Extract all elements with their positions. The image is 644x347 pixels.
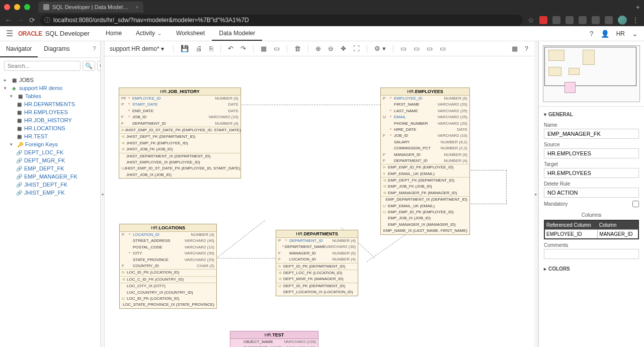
entity-column[interactable]: FDEPARTMENT_IDNUMBER (4): [119, 121, 240, 127]
entity-fk[interactable]: ⊲JHIST_JOB_FK (JOB_ID): [119, 146, 240, 152]
entity-column[interactable]: P*START_DATEDATE: [119, 102, 240, 108]
print-icon[interactable]: 🖨: [195, 44, 203, 53]
entity-column[interactable]: FMANAGER_IDNUMBER (6): [276, 250, 358, 256]
browser-menu-icon[interactable]: ⋮: [632, 16, 639, 24]
entity-column[interactable]: F*JOB_IDVARCHAR2 (10): [119, 114, 240, 120]
col-cell-col[interactable]: MANAGER_ID: [598, 230, 638, 239]
entity-fk[interactable]: ⊲EMP_DEPT_FK (DEPARTMENT_ID): [381, 178, 469, 184]
prop-checkbox-mandatory[interactable]: [632, 201, 639, 207]
zoom-out-icon[interactable]: ⊖: [327, 44, 335, 53]
entity-index[interactable]: UEMP_EMP_ID_PK (EMPLOYEE_ID): [381, 209, 469, 215]
entity-column[interactable]: STATE_PROVINCEVARCHAR2 (25): [120, 257, 216, 263]
extension-icon[interactable]: [592, 16, 600, 24]
search-icon[interactable]: 🔍: [83, 61, 95, 71]
entity-column[interactable]: SUBOBJECT_NAMEVARCHAR2 (128): [230, 345, 318, 347]
export-icon[interactable]: ⎘: [208, 44, 214, 53]
diagram-name[interactable]: support HR demo* ▾: [110, 45, 167, 52]
entity-index[interactable]: ULOC_ID_PK (LOCATION_ID): [120, 296, 216, 302]
help-icon[interactable]: ?: [590, 30, 594, 38]
entity-column[interactable]: SALARYNUMBER (8,2): [381, 139, 469, 145]
entity-column[interactable]: P*LOCATION_IDNUMBER (4): [120, 232, 216, 238]
tree-item-fk[interactable]: 🔗DEPT_LOC_FK: [4, 148, 96, 156]
entity-index[interactable]: JHIST_JOB_IX (JOB_ID): [119, 172, 240, 178]
tree-item-table[interactable]: ▦HR.EMPLOYEES: [4, 108, 96, 116]
entity-fk[interactable]: ⊲DEPT_LOC_FK (LOCATION_ID): [276, 270, 358, 276]
user-menu-chevron-icon[interactable]: ⌄: [632, 30, 638, 38]
entity-index[interactable]: LOC_STATE_PROVINCE_IX (STATE_PROVINCE): [120, 302, 216, 308]
bookmark-icon[interactable]: ☆: [528, 16, 534, 24]
tab-close-icon[interactable]: ×: [135, 4, 138, 10]
left-collapse-handle[interactable]: ◂: [101, 41, 105, 347]
entity-column[interactable]: FMANAGER_IDNUMBER (6): [381, 152, 469, 158]
url-field[interactable]: ⓘ localhost:8080/ords/hr/_sdw/?nav=model…: [40, 15, 523, 26]
tree-item-jobs[interactable]: ▸▦JOBS: [4, 76, 96, 84]
entity-constraint[interactable]: ⊳JHIST_EMP_ID_ST_DATE_PK (EMPLOYEE_ID, S…: [119, 127, 240, 133]
tree-item-fk[interactable]: 🔗DEPT_MGR_FK: [4, 156, 96, 164]
entity-index[interactable]: LOC_CITY_IX (CITY): [120, 283, 216, 289]
search-input[interactable]: [4, 61, 80, 71]
layout-icon[interactable]: ⚙ ▾: [373, 44, 387, 53]
entity-fk[interactable]: ⊲LOC_C_ID_FK (COUNTRY_ID): [120, 277, 216, 283]
prop-input-target[interactable]: [544, 168, 639, 178]
entity-column[interactable]: FCOUNTRY_IDCHAR (2): [120, 263, 216, 269]
entity-column[interactable]: PHONE_NUMBERVARCHAR2 (20): [381, 121, 469, 127]
prop-input-delete-rule[interactable]: [544, 188, 639, 198]
nav-tab-home[interactable]: Home: [99, 26, 129, 41]
toolbar-help-icon[interactable]: ?: [524, 44, 529, 53]
entity-fk[interactable]: ⊲DEPT_MGR_FK (MANAGER_ID): [276, 276, 358, 282]
prop-input-source[interactable]: [544, 148, 639, 158]
entity-column[interactable]: STREET_ADDRESSVARCHAR2 (40): [120, 238, 216, 244]
entity-index[interactable]: EMP_DEPARTMENT_IX (DEPARTMENT_ID): [381, 197, 469, 203]
tree-item-fk[interactable]: 🔗JHIST_EMP_FK: [4, 189, 96, 197]
entity-index[interactable]: JHIST_EMPLOYEE_IX (EMPLOYEE_ID): [119, 159, 240, 165]
save-icon[interactable]: 💾: [180, 44, 190, 53]
nav-tab-data-modeler[interactable]: Data Modeler: [212, 26, 262, 41]
entity-index[interactable]: EMP_JOB_IX (JOB_ID): [381, 215, 469, 221]
extension-icon[interactable]: [539, 16, 547, 24]
tree-item-table[interactable]: ▦HR.TEST: [4, 132, 96, 140]
extension-icon[interactable]: [579, 16, 587, 24]
tree-item-table[interactable]: ▦HR.LOCATIONS: [4, 124, 96, 132]
entity-constraint[interactable]: ⊳LOC_ID_PK (LOCATION_ID): [120, 270, 216, 276]
entity-constraint[interactable]: ⊳EMP_EMP_ID_PK (EMPLOYEE_ID): [381, 164, 469, 170]
ddl-icon3[interactable]: ▭: [426, 44, 434, 53]
browser-tab[interactable]: SQL Developer | Data Model… ×: [38, 2, 143, 13]
minimap-toggle-icon[interactable]: ▦: [511, 44, 519, 53]
entity-index[interactable]: EMP_MANAGER_IX (MANAGER_ID): [381, 222, 469, 228]
entity-column[interactable]: OBJECT_NAMEVARCHAR2 (128): [230, 339, 318, 345]
entity-column[interactable]: POSTAL_CODEVARCHAR2 (12): [120, 244, 216, 250]
col-cell-ref[interactable]: EMPLOYEE_ID: [544, 230, 598, 239]
entity-column[interactable]: *HIRE_DATEDATE: [381, 127, 469, 133]
entity-column[interactable]: COMMISSION_PCTNUMBER (2,2): [381, 145, 469, 151]
extension-icon[interactable]: [605, 16, 613, 24]
tree-item-tables[interactable]: ▾▦Tables: [4, 92, 96, 100]
connector[interactable]: [216, 220, 265, 258]
entity-fk[interactable]: ⊲JHIST_DEPT_FK (DEPARTMENT_ID): [119, 134, 240, 140]
panel-tab-diagrams[interactable]: Diagrams: [38, 41, 75, 57]
fit-icon[interactable]: ⛶: [352, 44, 361, 53]
section-colors[interactable]: ▸ COLORS: [544, 264, 639, 274]
tree-item-fk[interactable]: 🔗EMP_MANAGER_FK: [4, 172, 96, 181]
zoom-in-icon[interactable]: ⊕: [314, 44, 322, 53]
tree-item-project[interactable]: ▾◆support HR demo: [4, 84, 96, 92]
entity-column[interactable]: F*JOB_IDVARCHAR2 (10): [381, 133, 469, 139]
extension-icon[interactable]: [552, 16, 560, 24]
pan-icon[interactable]: ✥: [340, 44, 347, 53]
extension-icon[interactable]: [566, 16, 574, 24]
entity-index[interactable]: UJHIST_EMP_ID_ST_DATE_PK (EMPLOYEE_ID, S…: [119, 165, 240, 171]
ddl-icon4[interactable]: ▭: [439, 44, 447, 53]
entity-fk[interactable]: ⊲EMP_JOB_FK (JOB_ID): [381, 184, 469, 190]
entity-index[interactable]: UDEPT_ID_PK (DEPARTMENT_ID): [276, 283, 358, 289]
window-minimize-icon[interactable]: [14, 4, 20, 10]
window-close-icon[interactable]: [4, 4, 10, 10]
tree-item-table[interactable]: ▦HR.DEPARTMENTS: [4, 100, 96, 108]
entity-job-history[interactable]: HR.JOB_HISTORYPF*EMPLOYEE_IDNUMBER (6)P*…: [119, 88, 241, 179]
menu-icon[interactable]: ☰: [6, 29, 13, 38]
entity-column[interactable]: FDEPARTMENT_IDNUMBER (4): [381, 158, 469, 164]
profile-avatar-icon[interactable]: [618, 16, 627, 25]
entity-index[interactable]: EMP_NAME_IX (LAST_NAME, FIRST_NAME): [381, 228, 469, 234]
entity-column[interactable]: U*EMAILVARCHAR2 (25): [381, 114, 469, 120]
entity-index[interactable]: LOC_COUNTRY_IX (COUNTRY_ID): [120, 290, 216, 296]
panel-help-icon[interactable]: ?: [89, 41, 100, 57]
entity-column[interactable]: *END_DATEDATE: [119, 108, 240, 114]
